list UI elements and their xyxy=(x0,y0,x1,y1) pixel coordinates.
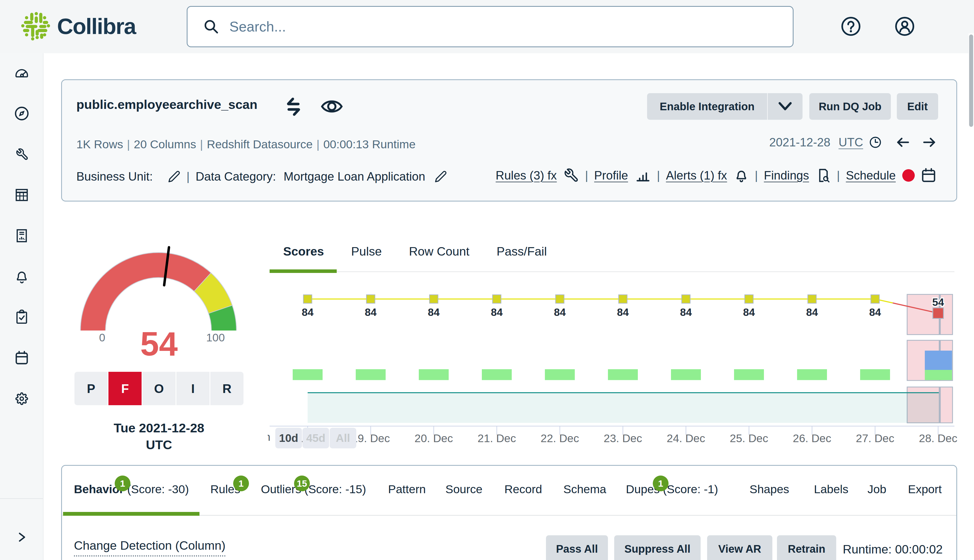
svg-text:20. Dec: 20. Dec xyxy=(414,432,453,445)
timezone-link[interactable]: UTC xyxy=(839,135,863,149)
detail-tab-schema[interactable]: Schema xyxy=(563,483,606,496)
detail-tab-export[interactable]: Export xyxy=(908,483,942,496)
gauge-timezone: UTC xyxy=(61,437,257,452)
brand-name: Collibra xyxy=(57,13,135,39)
sidebar-item-bell[interactable] xyxy=(14,269,29,284)
svg-text:54: 54 xyxy=(932,296,944,308)
detail-tab-pattern[interactable]: Pattern xyxy=(388,483,426,496)
sidebar-item-clipboard-check[interactable] xyxy=(14,310,29,325)
tab-badge: 1 xyxy=(653,475,668,491)
detail-tab-source[interactable]: Source xyxy=(445,483,482,496)
edit-pencil-icon[interactable] xyxy=(434,170,447,183)
bell-icon xyxy=(14,269,29,284)
change-detection-link[interactable]: Change Detection (Column) xyxy=(74,538,226,557)
sidebar-item-compass[interactable] xyxy=(14,106,29,121)
search-icon xyxy=(203,18,220,35)
edit-button[interactable]: Edit xyxy=(897,93,938,120)
range-button-45d[interactable]: 45d xyxy=(302,428,329,448)
dataset-stats: 1K Rows|20 Columns|Redshift Datasource|0… xyxy=(76,138,416,151)
swap-icon[interactable] xyxy=(282,96,304,118)
data-category-value: Mortgage Loan Application xyxy=(284,170,425,183)
run-dq-job-label: Run DQ Job xyxy=(819,100,881,113)
enable-integration-dropdown[interactable] xyxy=(768,93,802,120)
chart-tabs: ScoresPulseRow CountPass/Fail xyxy=(270,244,560,258)
detail-tab-shapes[interactable]: Shapes xyxy=(750,483,789,496)
schedule-status-dot xyxy=(902,169,915,182)
chevron-right-icon[interactable] xyxy=(16,531,27,543)
pass-all-button[interactable]: Pass All xyxy=(546,535,608,560)
page-scrollbar-thumb[interactable] xyxy=(969,35,973,127)
chart-tabs-underline xyxy=(270,271,954,272)
range-button-all[interactable]: All xyxy=(330,428,356,448)
top-bar: Collibra xyxy=(0,0,974,53)
enable-integration-label: Enable Integration xyxy=(660,100,755,113)
suppress-all-button[interactable]: Suppress All xyxy=(614,535,701,560)
svg-text:84: 84 xyxy=(365,306,377,318)
sidebar-item-gear[interactable] xyxy=(14,391,29,406)
trend-chart-section: ScoresPulseRow CountPass/Fail 8484848484… xyxy=(268,239,957,467)
document-search-icon xyxy=(816,168,831,183)
collibra-logo[interactable]: Collibra xyxy=(21,10,50,42)
detail-tab-record[interactable]: Record xyxy=(505,483,542,496)
business-unit-label: Business Unit: xyxy=(76,170,153,183)
tab-badge: 1 xyxy=(115,475,130,491)
range-button-10d[interactable]: 10d xyxy=(275,428,302,448)
pfoir-cell-o[interactable]: O xyxy=(142,372,175,405)
alerts-link[interactable]: Alerts (1) fx xyxy=(666,168,727,182)
help-icon[interactable] xyxy=(841,16,861,37)
retrain-button[interactable]: Retrain xyxy=(777,535,836,560)
chart-tab-pulse[interactable]: Pulse xyxy=(337,244,396,258)
pfoir-cell-i[interactable]: I xyxy=(176,372,209,405)
svg-text:84: 84 xyxy=(428,306,440,318)
pfoir-selector: PFOIR xyxy=(74,372,244,405)
arrow-right-icon[interactable] xyxy=(922,136,937,148)
data-category-label: Data Category: xyxy=(195,170,276,183)
gear-icon xyxy=(14,391,29,406)
run-dq-job-button[interactable]: Run DQ Job xyxy=(809,93,891,120)
detail-tab-job[interactable]: Job xyxy=(867,483,886,496)
chart-tab-pass-fail[interactable]: Pass/Fail xyxy=(483,244,560,258)
detail-tab-behavior-score-30[interactable]: Behavior (Score: -30)1 xyxy=(74,483,189,496)
sidebar-item-table-grid[interactable] xyxy=(14,187,29,203)
enable-integration-button[interactable]: Enable Integration xyxy=(647,93,767,120)
sidebar-item-report[interactable] xyxy=(14,228,29,243)
dashboard-speedometer-icon xyxy=(14,65,29,80)
eye-icon[interactable] xyxy=(321,98,343,115)
clipboard-check-icon xyxy=(14,310,29,325)
sidebar-item-dashboard-speedometer[interactable] xyxy=(14,65,29,80)
svg-text:84: 84 xyxy=(806,306,818,318)
behavior-runtime: Runtime: 00:00:02 xyxy=(843,542,943,557)
arrow-left-icon[interactable] xyxy=(896,136,910,148)
dataset-links-row: Rules (3) fx | Profile | Alerts (1) fx xyxy=(496,168,937,183)
view-ar-button[interactable]: View AR xyxy=(707,535,772,560)
user-icon[interactable] xyxy=(895,16,915,37)
clock-icon[interactable] xyxy=(869,136,882,148)
report-icon xyxy=(14,228,29,243)
detail-tab-rules[interactable]: Rules1 xyxy=(211,483,240,496)
rules-link[interactable]: Rules (3) fx xyxy=(496,168,557,182)
stat-datasource: Redshift Datasource xyxy=(207,138,313,151)
edit-pencil-icon[interactable] xyxy=(168,170,180,183)
sidebar-item-calendar[interactable] xyxy=(14,350,29,365)
profile-link[interactable]: Profile xyxy=(594,168,628,182)
svg-text:84: 84 xyxy=(617,306,629,318)
gauge-max-label: 100 xyxy=(199,331,232,344)
gauge-min-label: 0 xyxy=(89,331,116,344)
pfoir-cell-p[interactable]: P xyxy=(74,372,108,405)
chart-tab-scores[interactable]: Scores xyxy=(270,244,337,258)
detail-tab-dupes-score-1[interactable]: Dupes (Score: -1)1 xyxy=(626,483,718,496)
dataset-title: public.employeearchive_scan xyxy=(76,97,257,112)
svg-text:23. Dec: 23. Dec xyxy=(603,432,642,445)
trend-chart[interactable]: 848484848484848484845418. Dec19. Dec20. … xyxy=(268,277,957,467)
chart-tab-row-count[interactable]: Row Count xyxy=(396,244,483,258)
detail-tab-outliers-score-15[interactable]: Outliers (Score: -15)15 xyxy=(261,483,366,496)
search-input[interactable] xyxy=(229,18,746,35)
schedule-link[interactable]: Schedule xyxy=(846,168,896,182)
global-search[interactable] xyxy=(187,6,794,47)
pfoir-cell-f[interactable]: F xyxy=(109,372,142,405)
pfoir-cell-r[interactable]: R xyxy=(211,372,244,405)
sidebar-item-wrench[interactable] xyxy=(14,147,29,162)
collibra-logo-icon xyxy=(21,10,50,42)
detail-tab-labels[interactable]: Labels xyxy=(814,483,849,496)
findings-link[interactable]: Findings xyxy=(764,168,809,182)
